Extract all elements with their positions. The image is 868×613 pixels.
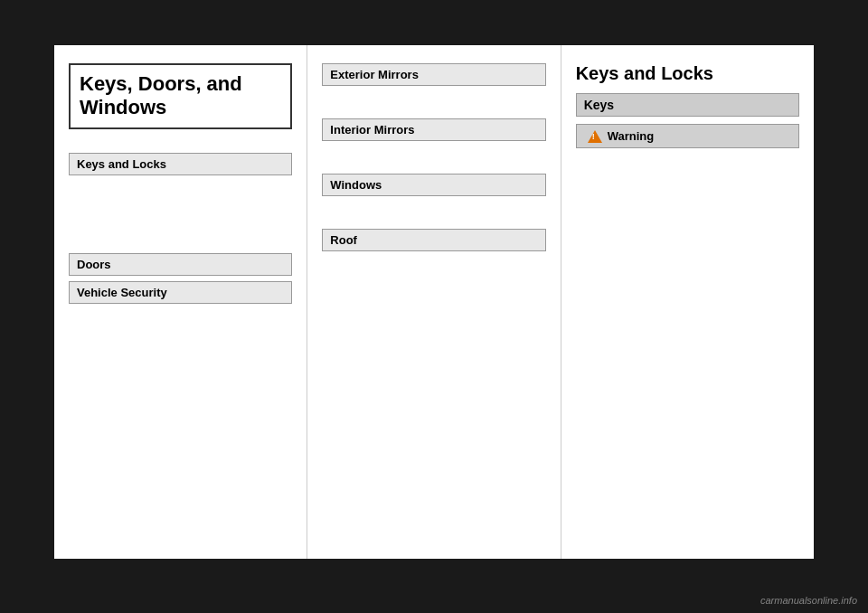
- roof-header[interactable]: Roof: [322, 229, 545, 251]
- warning-label: Warning: [608, 129, 655, 143]
- watermark: carmanualsonline.info: [760, 595, 857, 606]
- interior-mirrors-header[interactable]: Interior Mirrors: [322, 118, 545, 141]
- left-column: Keys, Doors, and Windows Keys and Locks …: [54, 45, 307, 559]
- right-column-title: Keys and Locks: [576, 63, 799, 84]
- page-container: Keys, Doors, and Windows Keys and Locks …: [54, 45, 814, 559]
- keys-and-locks-header[interactable]: Keys and Locks: [69, 153, 292, 175]
- doors-header[interactable]: Doors: [69, 253, 292, 276]
- warning-box: Warning: [576, 124, 799, 148]
- main-title: Keys, Doors, and Windows: [69, 63, 292, 129]
- exterior-mirrors-header[interactable]: Exterior Mirrors: [322, 63, 545, 86]
- middle-column: Exterior Mirrors Interior Mirrors Window…: [307, 45, 561, 559]
- warning-triangle-icon: [588, 130, 602, 143]
- vehicle-security-header[interactable]: Vehicle Security: [69, 281, 292, 304]
- windows-header[interactable]: Windows: [322, 174, 545, 196]
- right-column: Keys and Locks Keys Warning: [561, 45, 814, 559]
- right-column-subtitle[interactable]: Keys: [576, 93, 799, 117]
